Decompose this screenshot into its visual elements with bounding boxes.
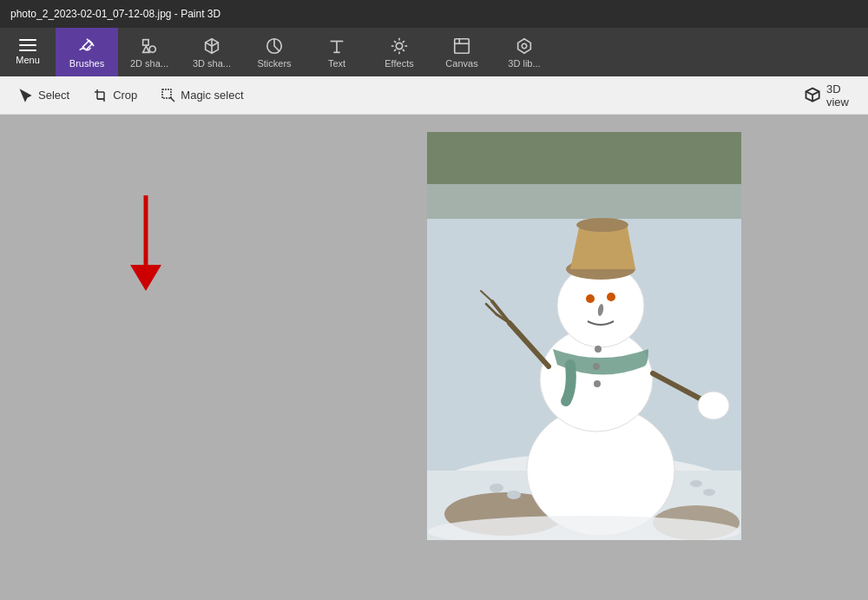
view-3d-button[interactable]: 3D view xyxy=(792,77,861,114)
crop-icon xyxy=(94,89,108,102)
toolbar-items: Brushes 2D sha... 3D sha... xyxy=(56,28,868,76)
magic-select-label: Magic select xyxy=(181,89,243,102)
svg-line-14 xyxy=(394,41,396,43)
svg-point-58 xyxy=(594,380,601,387)
toolbar-item-text[interactable]: Text xyxy=(306,28,368,76)
toolbar-item-effects[interactable]: Effects xyxy=(368,28,431,76)
svg-point-9 xyxy=(396,43,402,49)
2dshapes-label: 2D sha... xyxy=(130,58,168,69)
svg-line-15 xyxy=(403,49,404,50)
svg-point-61 xyxy=(507,491,521,499)
svg-line-31 xyxy=(812,92,819,96)
svg-rect-39 xyxy=(427,132,741,219)
svg-line-16 xyxy=(403,41,404,43)
svg-point-63 xyxy=(703,489,715,496)
image-canvas xyxy=(427,132,741,540)
stickers-label: Stickers xyxy=(257,58,291,69)
magic-select-tool[interactable]: Magic select xyxy=(149,83,255,108)
select-icon xyxy=(19,89,33,102)
annotation-arrow xyxy=(111,191,181,295)
menu-icon xyxy=(19,39,36,51)
3dshapes-label: 3D sha... xyxy=(193,58,231,69)
svg-point-2 xyxy=(149,46,155,52)
brushes-label: Brushes xyxy=(69,58,104,69)
toolbar-item-2dshapes[interactable]: 2D sha... xyxy=(118,28,181,76)
subtoolbar: Select Crop Magic select 3D view xyxy=(0,76,868,115)
svg-rect-18 xyxy=(455,38,470,53)
2dshapes-icon xyxy=(140,36,159,56)
text-icon xyxy=(327,36,346,56)
titlebar: photo_2_2023-02-01_07-12-08.jpg - Paint … xyxy=(0,0,868,28)
svg-point-57 xyxy=(593,363,600,370)
svg-line-30 xyxy=(806,92,812,96)
menu-label: Menu xyxy=(16,55,40,65)
toolbar-item-brushes[interactable]: Brushes xyxy=(56,28,118,76)
3dview-label: 3D view xyxy=(826,82,849,109)
toolbar-item-canvas[interactable]: Canvas xyxy=(431,28,493,76)
top-toolbar: Menu Brushes 2D sha... xyxy=(0,28,868,76)
3dview-icon xyxy=(804,86,821,103)
svg-line-17 xyxy=(394,49,396,50)
svg-point-46 xyxy=(586,294,595,303)
crop-tool[interactable]: Crop xyxy=(82,83,149,108)
svg-point-55 xyxy=(698,392,729,419)
3dlib-icon xyxy=(515,36,534,56)
title-text: photo_2_2023-02-01_07-12-08.jpg - Paint … xyxy=(10,8,220,20)
svg-point-47 xyxy=(607,293,615,301)
crop-label: Crop xyxy=(113,89,137,102)
svg-point-21 xyxy=(522,43,527,49)
effects-icon xyxy=(390,36,409,56)
svg-marker-65 xyxy=(130,265,161,291)
svg-point-62 xyxy=(690,480,702,487)
svg-line-28 xyxy=(170,97,174,102)
effects-label: Effects xyxy=(385,58,413,69)
3dshapes-icon xyxy=(202,36,221,56)
toolbar-item-3dlib[interactable]: 3D lib... xyxy=(493,28,556,76)
svg-point-45 xyxy=(576,218,628,232)
text-label: Text xyxy=(328,58,345,69)
canvas-icon xyxy=(452,36,471,56)
3dlib-label: 3D lib... xyxy=(508,58,540,69)
toolbar-item-stickers[interactable]: Stickers xyxy=(243,28,306,76)
snowman-svg xyxy=(427,132,741,540)
select-tool[interactable]: Select xyxy=(7,83,82,108)
svg-rect-27 xyxy=(162,89,171,98)
menu-button[interactable]: Menu xyxy=(0,28,56,76)
svg-marker-3 xyxy=(143,46,149,52)
select-label: Select xyxy=(38,89,69,102)
canvas-area xyxy=(0,115,868,600)
stickers-icon xyxy=(265,36,284,56)
svg-rect-1 xyxy=(143,39,148,44)
svg-point-56 xyxy=(595,346,602,353)
canvas-label: Canvas xyxy=(445,58,477,69)
svg-point-60 xyxy=(490,484,503,492)
brushes-icon xyxy=(77,36,96,56)
magic-select-icon xyxy=(161,89,175,102)
toolbar-item-3dshapes[interactable]: 3D sha... xyxy=(181,28,243,76)
